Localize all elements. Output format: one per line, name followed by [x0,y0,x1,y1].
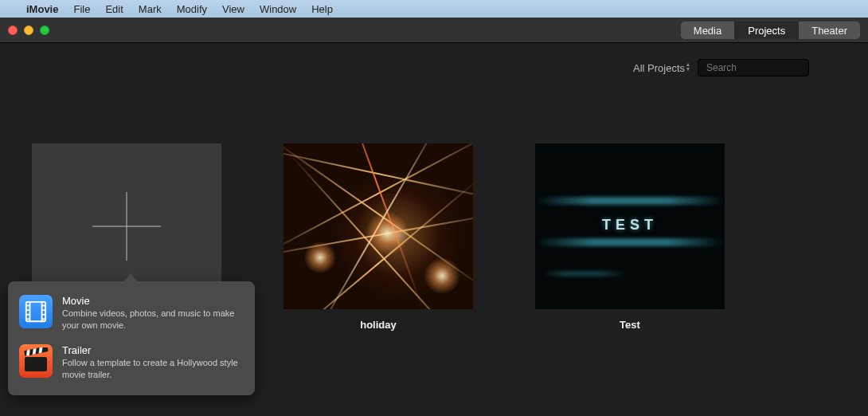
project-thumbnail[interactable]: TEST [535,143,725,309]
project-filter-dropdown[interactable]: All Projects [633,62,690,74]
traffic-lights [8,26,49,35]
popover-option-description: Combine videos, photos, and music to mak… [62,308,244,332]
svg-rect-13 [25,357,47,371]
macos-menubar: iMovie File Edit Mark Modify View Window… [0,0,868,18]
library-view-segmented-control: Media Projects Theater [681,22,860,39]
popover-option-trailer[interactable]: Trailer Follow a template to create a Ho… [19,340,244,385]
tab-media[interactable]: Media [681,22,734,39]
popover-option-description: Follow a template to create a Hollywood … [62,357,244,381]
window-titlebar: Media Projects Theater [0,18,868,43]
menu-edit[interactable]: Edit [105,3,123,15]
trailer-clapper-icon [19,344,53,378]
menu-help[interactable]: Help [311,3,333,15]
menu-modify[interactable]: Modify [177,3,207,15]
menu-mark[interactable]: Mark [139,3,162,15]
project-thumbnail-overlay-text: TEST [602,217,658,234]
menu-view[interactable]: View [222,3,244,15]
window-minimize-button[interactable] [24,26,33,35]
window-fullscreen-button[interactable] [40,26,49,35]
plus-icon [92,192,161,261]
app-menu[interactable]: iMovie [26,3,58,15]
window-close-button[interactable] [8,26,18,35]
popover-option-title: Trailer [62,344,244,356]
updown-arrows-icon [686,62,690,72]
project-filter-label: All Projects [633,62,685,74]
project-thumbnail[interactable] [283,143,473,309]
menu-window[interactable]: Window [260,3,296,15]
movie-icon [19,295,53,328]
project-card[interactable]: holiday [283,143,473,331]
project-title: Test [620,319,640,331]
menu-file[interactable]: File [73,3,90,15]
tab-theater[interactable]: Theater [799,22,860,39]
popover-option-movie[interactable]: Movie Combine videos, photos, and music … [19,291,244,336]
tab-projects[interactable]: Projects [735,22,798,39]
project-title: holiday [360,319,397,331]
project-card[interactable]: TEST Test [535,143,725,331]
popover-option-text: Trailer Follow a template to create a Ho… [62,344,244,381]
create-project-popover: Movie Combine videos, photos, and music … [8,281,255,395]
search-input[interactable] [706,62,826,73]
projects-toolbar: All Projects [0,43,868,92]
popover-option-text: Movie Combine videos, photos, and music … [62,295,244,332]
search-field[interactable] [698,59,809,77]
popover-option-title: Movie [62,295,244,307]
